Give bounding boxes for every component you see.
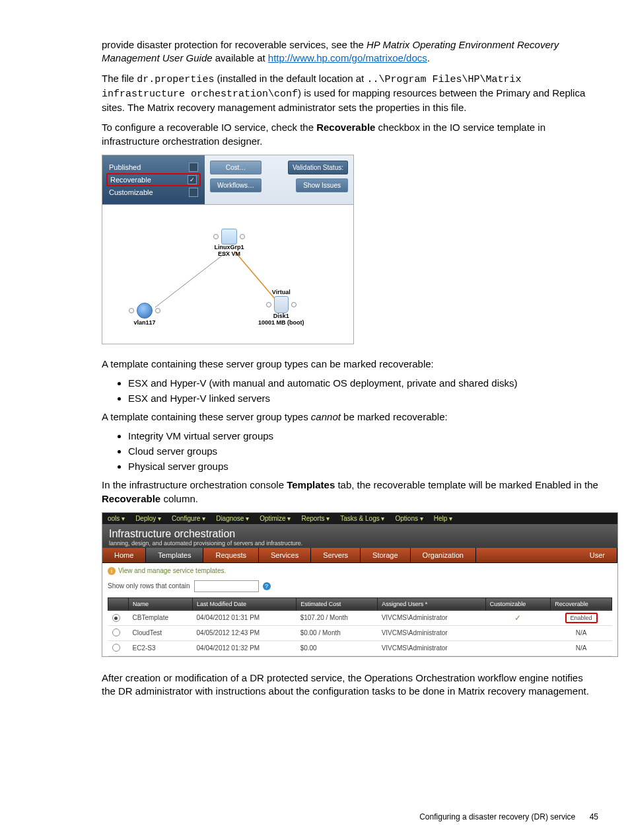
col-select — [108, 597, 129, 610]
port-dot — [155, 308, 160, 313]
vm-label-2: ESX VM — [213, 251, 245, 258]
console-menubar: ools ▾ Deploy ▾ Configure ▾ Diagnose ▾ O… — [102, 513, 617, 524]
workflows-button[interactable]: Workflows… — [210, 178, 262, 192]
row-radio[interactable] — [112, 644, 120, 652]
designer-buttons: Cost… Workflows… Validation Status: Show… — [205, 155, 353, 204]
col-last-modified[interactable]: Last Modified Date — [193, 597, 297, 610]
server-icon — [221, 229, 237, 245]
cell-users: VIVCMS\Administrator — [378, 640, 486, 656]
list-item: ESX and Hyper-V (with manual and automat… — [128, 377, 598, 389]
cell-users: VIVCMS\Administrator — [378, 610, 486, 625]
network-node[interactable]: vlan117 — [129, 303, 160, 326]
cell-customizable — [485, 640, 551, 656]
paragraph-7: After creation or modification of a DR p… — [102, 671, 598, 699]
tab-storage[interactable]: Storage — [361, 548, 411, 562]
tab-organization[interactable]: Organization — [411, 548, 476, 562]
panel-hint: i View and manage service templates. — [108, 567, 612, 575]
tab-templates[interactable]: Templates — [146, 548, 203, 562]
cell-customizable — [485, 625, 551, 640]
vm-node[interactable]: LinuxGrp1 ESX VM — [213, 229, 245, 258]
text: A template containing these server group… — [102, 411, 311, 422]
menu-diagnose[interactable]: Diagnose ▾ — [211, 513, 254, 524]
cell-date: 04/05/2012 12:43 PM — [193, 625, 297, 640]
paragraph-3: To configure a recoverable IO service, c… — [102, 121, 598, 148]
col-estimated-cost[interactable]: Estimated Cost — [297, 597, 378, 610]
row-radio-selected[interactable] — [112, 614, 120, 622]
cell-cost: $0.00 — [297, 640, 378, 656]
templates-table: Name Last Modified Date Estimated Cost A… — [108, 597, 612, 656]
tab-servers[interactable]: Servers — [311, 548, 361, 562]
cost-button[interactable]: Cost… — [210, 161, 262, 174]
menu-help[interactable]: Help ▾ — [429, 513, 458, 524]
page-footer: Configuring a disaster recovery (DR) ser… — [419, 812, 598, 821]
disk-node[interactable]: Virtual Disk1 10001 MB (boot) — [258, 289, 304, 326]
table-row[interactable]: CloudTest 04/05/2012 12:43 PM $0.00 / Mo… — [108, 625, 612, 640]
help-icon[interactable]: ? — [263, 582, 271, 590]
network-icon — [137, 303, 153, 319]
menu-optimize[interactable]: Optimize ▾ — [254, 513, 296, 524]
tab-services[interactable]: Services — [259, 548, 311, 562]
customizable-label: Customizable — [109, 188, 153, 196]
designer-toolbar: Published Recoverable ✓ Customizable Cos… — [102, 155, 353, 205]
hint-text: View and manage service templates. — [118, 567, 226, 574]
text: available at — [213, 52, 268, 63]
recoverable-enabled-highlight: Enabled — [565, 613, 598, 623]
table-row[interactable]: EC2-S3 04/04/2012 01:32 PM $0.00 VIVCMS\… — [108, 640, 612, 656]
port-dot — [129, 308, 134, 313]
published-checkbox[interactable] — [189, 163, 198, 172]
paragraph-5: A template containing these server group… — [102, 410, 598, 424]
bold-recoverable: Recoverable — [316, 122, 375, 133]
row-radio[interactable] — [112, 629, 120, 636]
menu-reports[interactable]: Reports ▾ — [296, 513, 335, 524]
cell-cost: $0.00 / Month — [297, 625, 378, 640]
filter-input[interactable] — [194, 580, 259, 592]
bold-templates: Templates — [287, 479, 335, 490]
svg-line-0 — [155, 251, 228, 307]
published-label: Published — [109, 163, 141, 171]
code-filename: dr.properties — [137, 74, 214, 85]
port-dot — [266, 302, 271, 307]
col-name[interactable]: Name — [129, 597, 193, 610]
text: The file — [102, 73, 137, 84]
tab-requests[interactable]: Requests — [203, 548, 258, 562]
menu-tasks-logs[interactable]: Tasks & Logs ▾ — [335, 513, 390, 524]
console-subtitle: lanning, design, and automated provision… — [109, 540, 611, 547]
port-dot — [213, 234, 219, 239]
published-row: Published — [109, 161, 198, 174]
menu-tools[interactable]: ools ▾ — [102, 513, 130, 524]
info-icon: i — [108, 567, 116, 575]
menu-deploy[interactable]: Deploy ▾ — [130, 513, 166, 524]
table-row[interactable]: CBTemplate 04/04/2012 01:31 PM $107.20 /… — [108, 610, 612, 625]
cell-date: 04/04/2012 01:31 PM — [193, 610, 297, 625]
vlan-label: vlan117 — [129, 320, 160, 326]
col-customizable[interactable]: Customizable — [485, 597, 551, 610]
cannot-recover-list: Integrity VM virtual server groups Cloud… — [102, 430, 598, 472]
topology-canvas: LinuxGrp1 ESX VM vlan117 Virtual — [102, 205, 353, 344]
text: . — [427, 52, 430, 63]
filter-row: Show only rows that contain ? — [108, 580, 612, 592]
customizable-row: Customizable — [109, 186, 198, 199]
disk-icon — [274, 296, 289, 313]
docs-link[interactable]: http://www.hp.com/go/matrixoe/docs — [268, 52, 427, 63]
virtual-label: Virtual — [258, 289, 304, 296]
text: (installed in the default location at — [214, 73, 367, 84]
port-dot — [240, 234, 245, 239]
menu-configure[interactable]: Configure ▾ — [166, 513, 211, 524]
text: In the infrastructure orchestration cons… — [102, 479, 287, 490]
cell-date: 04/04/2012 01:32 PM — [193, 640, 297, 656]
list-item: Physical server groups — [128, 461, 598, 472]
recoverable-checkbox[interactable]: ✓ — [188, 175, 197, 184]
text: be marked recoverable: — [341, 411, 448, 422]
col-assigned-users[interactable]: Assigned Users * — [378, 597, 486, 610]
port-dot — [291, 302, 297, 307]
customizable-checkbox[interactable] — [189, 188, 198, 197]
templates-panel: i View and manage service templates. Sho… — [102, 563, 617, 656]
recoverable-label: Recoverable — [110, 176, 151, 184]
console-titlebar: Infrastructure orchestration lanning, de… — [102, 524, 617, 548]
tab-home[interactable]: Home — [102, 548, 146, 562]
tab-user[interactable]: User — [476, 548, 617, 562]
footer-page-number: 45 — [590, 812, 598, 821]
show-issues-button[interactable]: Show Issues — [296, 178, 348, 192]
menu-options[interactable]: Options ▾ — [390, 513, 429, 524]
col-recoverable[interactable]: Recoverable — [551, 597, 612, 610]
